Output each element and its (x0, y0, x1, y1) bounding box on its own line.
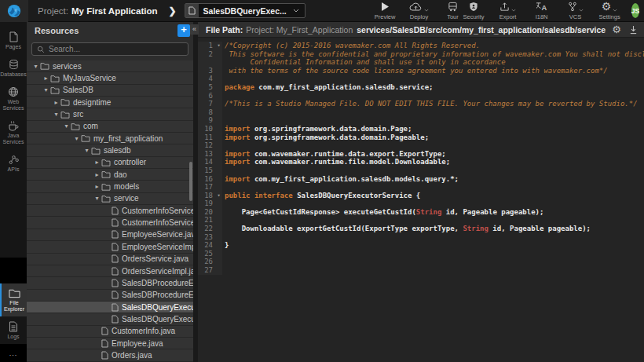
tree-item-services[interactable]: ▾services (27, 60, 193, 72)
rail-item-logs[interactable]: Logs (0, 316, 27, 344)
line-number: 13 (198, 150, 215, 159)
code-text (222, 183, 225, 192)
security-button[interactable]: Security (463, 1, 484, 20)
file-icon (112, 243, 119, 251)
collapse-arrow-icon[interactable]: ▾ (72, 135, 81, 142)
settings-button[interactable]: ⚙ Settings (599, 1, 620, 20)
tree-item-dao[interactable]: ▸dao (27, 169, 193, 181)
code-line: 9 (198, 116, 644, 125)
i18n-button[interactable]: A I18N (532, 1, 552, 20)
collapse-arrow-icon[interactable]: ▾ (42, 86, 50, 93)
code-line: 18▾public interface SalesDBQueryExecutor… (198, 192, 644, 200)
tree-item-customerinfoservice-java[interactable]: CustomerInfoService.java (27, 205, 193, 217)
collapse-arrow-icon[interactable]: ▾ (31, 63, 40, 70)
tree-item-label: my_first_application (93, 134, 163, 143)
tree-item-my-first-application[interactable]: ▾my_first_application (27, 133, 193, 144)
tree-item-com[interactable]: ▾com (27, 121, 193, 133)
code-line: 10import org.springframework.data.domain… (198, 125, 644, 133)
file-icon (112, 279, 119, 287)
tree-item-label: OrdersServiceImpl.java (122, 267, 193, 276)
tree-item-label: CustomerInfoService.java (122, 207, 193, 215)
tree-item-customerinfoserviceimpl-java[interactable]: CustomerInfoServiceImpl.java (27, 217, 193, 229)
collapse-arrow-icon[interactable]: ▾ (82, 147, 91, 154)
rail-item-file-explorer[interactable]: File Explorer (0, 283, 27, 316)
rail-item-java-services[interactable]: Java Services (0, 115, 27, 149)
code-line: 14import com.wavemaker.runtime.file.mode… (198, 158, 644, 166)
search-input[interactable] (49, 45, 174, 53)
rail-item-label: Pages (5, 44, 21, 50)
code-line: 12 (198, 141, 644, 150)
tree-item-employeeserviceimpl-java[interactable]: EmployeeServiceImpl.java (27, 241, 193, 253)
tree-item-salesdbprocedureexecutorserviceimpl-java[interactable]: SalesDBProcedureExecutorServiceImpl.java (27, 290, 193, 302)
tree-item-ordersserviceimpl-java[interactable]: OrdersServiceImpl.java (27, 265, 193, 277)
collapse-arrow-icon[interactable]: ▾ (52, 111, 60, 118)
tree-item-employeeservice-java[interactable]: EmployeeService.java (27, 229, 193, 241)
tree-item-controller[interactable]: ▸controller (27, 157, 193, 169)
rail-item-apis[interactable]: APIs (0, 149, 27, 177)
tour-button[interactable]: Tour (442, 1, 463, 20)
chevron-down-icon (293, 9, 299, 13)
file-path-project: Project: My_First_Application (246, 25, 353, 35)
code-text: with the terms of the source code licens… (222, 67, 608, 75)
tree-item-salesdb[interactable]: ▾SalesDB (27, 85, 193, 97)
fold-marker-icon[interactable]: ▾ (215, 192, 222, 200)
code-text: package com.my_first_application.salesdb… (222, 83, 434, 92)
code-line: 11import org.springframework.data.domain… (198, 133, 644, 142)
resources-panel: Resources + ▾services▸MyJavaService▾Sale… (27, 22, 193, 362)
fold-gutter (215, 108, 222, 117)
code-text: This software is the confidential and pr… (222, 50, 644, 59)
add-resource-button[interactable]: + (177, 24, 190, 37)
deploy-button[interactable]: Deploy (408, 1, 429, 20)
rail-item-pages[interactable]: Pages (0, 27, 27, 54)
download-file-icon[interactable] (629, 25, 638, 35)
tree-item-models[interactable]: ▸models (27, 181, 193, 192)
user-avatar[interactable]: JS (631, 3, 639, 18)
rail-item-web-services[interactable]: Web Services (0, 82, 27, 115)
tree-item-salesdbprocedureexecutorservice-java[interactable]: SalesDBProcedureExecutorService.java (27, 277, 193, 289)
tree-item-myjavaservice[interactable]: ▸MyJavaService (27, 72, 193, 84)
tree-item-src[interactable]: ▾src (27, 108, 193, 120)
collapse-panel-button[interactable]: « (190, 24, 199, 35)
tree-item-salesdb[interactable]: ▾salesdb (27, 144, 193, 156)
expand-arrow-icon[interactable]: ▸ (93, 171, 101, 178)
expand-arrow-icon[interactable]: ▸ (52, 99, 60, 106)
more-button[interactable]: ... (0, 344, 27, 362)
expand-arrow-icon[interactable]: ▸ (93, 183, 101, 190)
line-number: 25 (198, 250, 215, 258)
tree-item-service[interactable]: ▾service (27, 193, 193, 205)
fold-gutter (215, 133, 222, 142)
tree-item-customerinfo-java[interactable]: CustomerInfo.java (27, 326, 193, 338)
vcs-button[interactable]: VCS (565, 1, 586, 20)
file-icon (112, 230, 119, 239)
folder-icon (101, 170, 111, 178)
code-text (222, 216, 225, 225)
code-editor[interactable]: 1▾/*Copyright (c) 2015-2016 wavemaker.co… (198, 38, 644, 362)
export-button[interactable]: Export (498, 1, 518, 20)
collapse-arrow-icon[interactable]: ▾ (62, 122, 71, 130)
line-number: 3 (198, 67, 215, 75)
expand-arrow-icon[interactable]: ▸ (93, 159, 101, 166)
tree-item-ordersservice-java[interactable]: OrdersService.java (27, 254, 193, 265)
open-file-dropdown[interactable]: SalesDBQueryExec... (185, 3, 306, 18)
tree-item-orders-java[interactable]: Orders.java (27, 349, 193, 361)
rail-item-databases[interactable]: Databases (0, 54, 27, 82)
tree-item-salesdbqueryexecutorserviceimpl-java[interactable]: SalesDBQueryExecutorServiceImpl.java (27, 313, 193, 325)
fold-gutter (215, 233, 222, 242)
expand-arrow-icon[interactable]: ▸ (42, 75, 50, 82)
resource-tree: ▾services▸MyJavaService▾SalesDB▸designti… (27, 60, 193, 362)
tree-item-employee-java[interactable]: Employee.java (27, 338, 193, 349)
tree-item-salesdbqueryexecutorservice-java[interactable]: SalesDBQueryExecutorService.java (27, 302, 193, 313)
tree-item-designtime[interactable]: ▸designtime (27, 97, 193, 108)
wavemaker-logo[interactable] (0, 0, 28, 22)
collapse-arrow-icon[interactable]: ▾ (93, 195, 101, 202)
fold-gutter (215, 225, 222, 233)
file-settings-gear-icon[interactable]: ⚙ (612, 24, 621, 35)
globe-icon (8, 86, 19, 97)
tree-scrollbar[interactable] (189, 162, 192, 201)
preview-button[interactable]: Preview (375, 1, 396, 20)
code-text: } (222, 241, 229, 250)
fold-gutter (215, 83, 222, 92)
search-box[interactable] (31, 42, 188, 56)
search-icon (37, 46, 45, 53)
fold-marker-icon[interactable]: ▾ (215, 42, 222, 50)
